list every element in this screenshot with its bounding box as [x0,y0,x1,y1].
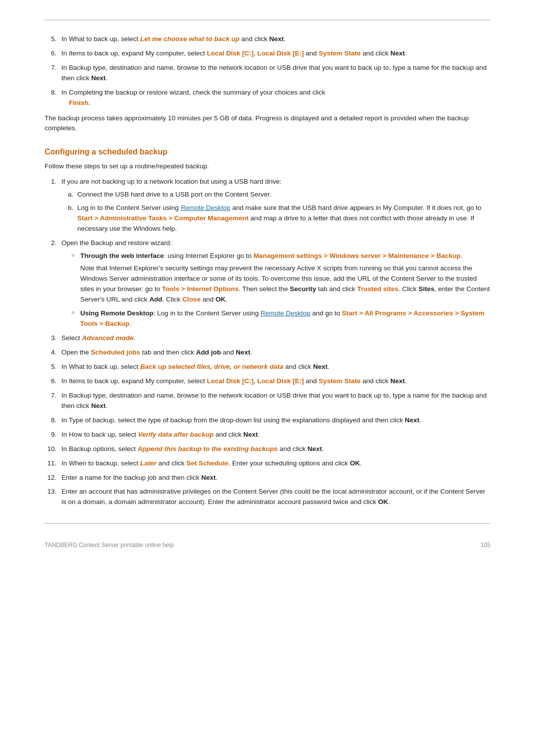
sched12-dot: . [215,474,217,481]
sched-item-3: Select Advanced mode. [58,333,490,344]
sched8-next: Next [405,416,419,424]
security-bold: Security [290,285,316,293]
bottom-rule [45,523,490,524]
ok-bold: OK [215,296,225,303]
circle-list-2: Through the web interface: using Interne… [71,251,490,329]
sched8-text-before: In Type of backup, select the type of ba… [61,416,405,424]
step6-text-after: and click Next. [361,50,407,57]
sched-item-10: In Backup options, select Append this ba… [58,444,490,454]
step6-bold3: System State [319,50,361,57]
sched4-bold1: Scheduled jobs [91,349,140,356]
sched6-bold3: System State [319,377,361,385]
sched5-text-after: and click [283,363,313,370]
sched-item-5: In What to back up, select Back up selec… [58,362,490,372]
sched4-text2: tab and then click [140,349,196,356]
add-bold: Add [149,296,162,303]
sched4-text: Open the [61,349,91,356]
management-link: Management settings > Windows server > M… [254,252,461,259]
note-text3: tab and click [316,285,357,293]
section-heading: Configuring a scheduled backup [45,148,490,156]
subb-text: Log in to the Content Server using [77,204,181,211]
sched6-text-after: and click [361,377,390,385]
sched11-set-sched: Set Schedule [186,459,228,467]
remote-desktop-link-2[interactable]: Remote Desktop [261,309,311,317]
web-note: Note that Internet Explorer's security s… [80,263,490,305]
sched6-dot: . [405,377,407,385]
web-dot: . [461,252,463,259]
sched9-dot: . [258,431,260,438]
close-bold: Close [182,296,201,303]
sched10-text-after: and click [278,445,308,453]
sched6-text: In Items to back up, expand My computer,… [61,377,207,385]
sched6-bold2: Local Disk [E:] [257,377,304,385]
note-text7: and [201,296,215,303]
web-colon: : using Internet Explorer go to [164,252,254,259]
note-text2: . Then select the [239,285,290,293]
list-item: In Items to back up, expand My computer,… [58,49,490,59]
remote-desktop-link-1[interactable]: Remote Desktop [181,204,231,211]
note-text4: . Click [398,285,419,293]
web-interface-bold: Through the web interface [80,252,164,259]
sched-item-7: In Backup type, destination and name, br… [58,391,490,411]
step6-bold1: Local Disk [C:] [207,50,254,57]
sched3-text-before: Select [61,334,82,342]
sched6-next: Next [390,377,405,385]
sched9-text-after: and click [214,431,243,438]
sched2-text: Open the Backup and restore wizard: [61,239,172,247]
sched7-text: In Backup type, destination and name, br… [61,392,487,409]
sched8-dot: . [419,416,421,424]
sched10-dot: . [322,445,324,453]
section-intro: Follow these steps to set up a routine/r… [45,161,490,172]
sched-item-9: In How to back up, select Verify data af… [58,430,490,440]
circle-item-web: Through the web interface: using Interne… [71,251,490,305]
sched6-bold1: Local Disk [C:] [207,377,254,385]
footer-right: 105 [481,542,490,549]
note-text6: . Click [162,296,183,303]
step7-text: In Backup type, destination and name, br… [61,64,487,82]
sched12-text-before: Enter a name for the backup job and then… [61,474,201,481]
sched5-next: Next [313,363,327,370]
list-item: In Completing the backup or restore wiza… [58,88,490,108]
sched4-bold3: Next [236,349,250,356]
sched10-text-before: In Backup options, select [61,445,138,453]
sites-bold: Sites [419,285,434,293]
sub-item-b: Log in to the Content Server using Remot… [75,203,490,234]
sched-item-4: Open the Scheduled jobs tab and then cli… [58,348,490,358]
sched6-and: and [304,377,319,385]
sched4-text3: and [221,349,236,356]
remote-dot: . [129,320,131,327]
sched11-dot: . [360,459,362,467]
sched5-text-before: In What to back up, select [61,363,140,370]
page: In What to back up, select Let me choose… [0,0,535,563]
sched4-bold2: Add job [196,349,221,356]
footer-left: TANDBERG Content Server printable online… [45,542,174,549]
step6-and: and [304,50,319,57]
top-rule [45,20,490,20]
circle-item-remote: Using Remote Desktop: Log in to the Cont… [71,308,490,329]
sched-item-6: In Items to back up, expand My computer,… [58,376,490,387]
step8-text: In Completing the backup or restore wiza… [61,89,325,106]
subb-text2: and make sure that the USB hard drive ap… [230,204,482,211]
step5-text-after: and click Next. [239,35,285,43]
sched9-text-before: In How to back up, select [61,431,138,438]
sched9-next: Next [243,431,258,438]
step5-text-before: In What to back up, select [61,35,140,43]
sched-item-12: Enter a name for the backup job and then… [58,473,490,483]
step5-link[interactable]: Let me choose what to back up [140,35,239,43]
sched10-next: Next [308,445,322,453]
sched11-italic: Later [140,459,157,467]
trusted-sites-bold: Trusted sites [357,285,398,293]
intro-list: In What to back up, select Let me choose… [58,34,490,108]
sched13-text: Enter an account that has administrative… [61,488,485,505]
sched-item-1: If you are not backing up to a network l… [58,177,490,234]
sched11-text-mid: and click [157,459,186,467]
remote-colon: : Log in to the Content Server using [154,309,261,317]
sched3-italic: Advanced mode [82,334,133,342]
note-text8: . [225,296,227,303]
sched10-italic: Append this backup to the existing backu… [138,445,278,453]
sched11-text-before: In When to backup, select [61,459,140,467]
step6-text: In Items to back up, expand My computer,… [61,50,207,57]
remote-text: and go to [310,309,342,317]
sched3-text-end: . [134,334,136,342]
sched1-text: If you are not backing up to a network l… [61,178,281,185]
